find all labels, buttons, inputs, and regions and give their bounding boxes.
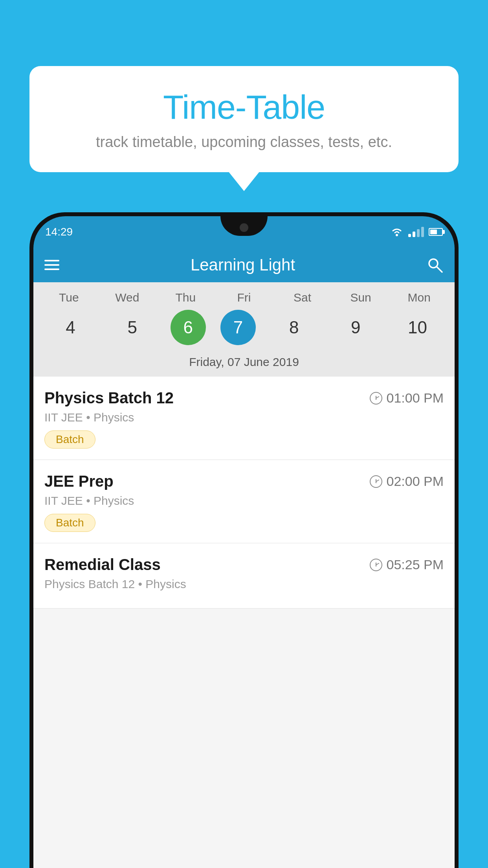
status-bar: 14:29 bbox=[33, 216, 455, 248]
schedule-item-header: Physics Batch 12 01:00 PM bbox=[44, 389, 444, 407]
day-header-sat: Sat bbox=[279, 291, 326, 304]
schedule-item-sub: IIT JEE • Physics bbox=[44, 494, 444, 508]
day-number-8[interactable]: 8 bbox=[270, 310, 317, 345]
batch-badge: Batch bbox=[44, 430, 95, 449]
clock-icon bbox=[370, 475, 382, 488]
day-header-thu: Thu bbox=[162, 291, 209, 304]
schedule-item-title: Remedial Class bbox=[44, 556, 161, 574]
schedule-item-header: JEE Prep 02:00 PM bbox=[44, 473, 444, 490]
day-number-10[interactable]: 10 bbox=[394, 310, 441, 345]
phone-inner: 14:29 bbox=[33, 216, 455, 868]
battery-icon bbox=[429, 228, 443, 236]
schedule-item-sub: Physics Batch 12 • Physics bbox=[44, 577, 444, 591]
schedule-item-2[interactable]: Remedial Class 05:25 PM Physics Batch 12… bbox=[33, 543, 455, 609]
schedule-item-title: Physics Batch 12 bbox=[44, 389, 174, 407]
batch-badge: Batch bbox=[44, 514, 95, 532]
day-header-wed: Wed bbox=[104, 291, 151, 304]
app-title: Learning Light bbox=[191, 256, 295, 274]
day-headers: TueWedThuFriSatSunMon bbox=[33, 291, 455, 304]
schedule-item-title: JEE Prep bbox=[44, 473, 114, 490]
schedule-item-time: 02:00 PM bbox=[370, 474, 444, 489]
status-time: 14:29 bbox=[45, 226, 73, 238]
wifi-icon bbox=[390, 227, 404, 237]
tooltip-card: Time-Table track timetable, upcoming cla… bbox=[29, 66, 459, 172]
clock-icon bbox=[370, 559, 382, 571]
tooltip-title: Time-Table bbox=[53, 88, 435, 127]
tooltip-subtitle: track timetable, upcoming classes, tests… bbox=[53, 134, 435, 151]
schedule-item-1[interactable]: JEE Prep 02:00 PM IIT JEE • Physics Batc… bbox=[33, 460, 455, 543]
schedule-item-time: 01:00 PM bbox=[370, 390, 444, 406]
day-numbers: 45678910 bbox=[33, 310, 455, 345]
day-header-sun: Sun bbox=[337, 291, 384, 304]
phone-frame: 14:29 bbox=[29, 212, 459, 868]
signal-bars-icon bbox=[408, 227, 424, 237]
status-icons bbox=[390, 227, 443, 237]
svg-line-2 bbox=[437, 267, 442, 272]
day-number-7[interactable]: 7 bbox=[220, 310, 256, 345]
day-number-9[interactable]: 9 bbox=[332, 310, 379, 345]
camera-dot bbox=[240, 223, 248, 232]
schedule-item-header: Remedial Class 05:25 PM bbox=[44, 556, 444, 574]
schedule-item-sub: IIT JEE • Physics bbox=[44, 411, 444, 424]
day-header-fri: Fri bbox=[220, 291, 268, 304]
calendar-strip: TueWedThuFriSatSunMon 45678910 Friday, 0… bbox=[33, 282, 455, 377]
search-icon[interactable] bbox=[426, 256, 444, 274]
schedule-list: Physics Batch 12 01:00 PM IIT JEE • Phys… bbox=[33, 377, 455, 609]
app-screen: Learning Light TueWedThuFriSatSunMon 456… bbox=[33, 248, 455, 868]
hamburger-menu-button[interactable] bbox=[44, 260, 59, 270]
day-header-mon: Mon bbox=[396, 291, 443, 304]
svg-point-0 bbox=[396, 234, 398, 236]
day-header-tue: Tue bbox=[45, 291, 92, 304]
schedule-item-0[interactable]: Physics Batch 12 01:00 PM IIT JEE • Phys… bbox=[33, 377, 455, 460]
day-number-4[interactable]: 4 bbox=[47, 310, 94, 345]
app-header: Learning Light bbox=[33, 248, 455, 282]
selected-date-label: Friday, 07 June 2019 bbox=[33, 351, 455, 377]
svg-point-1 bbox=[429, 259, 438, 268]
schedule-item-time: 05:25 PM bbox=[370, 557, 444, 572]
day-number-5[interactable]: 5 bbox=[109, 310, 156, 345]
clock-icon bbox=[370, 392, 382, 405]
day-number-6[interactable]: 6 bbox=[171, 310, 206, 345]
